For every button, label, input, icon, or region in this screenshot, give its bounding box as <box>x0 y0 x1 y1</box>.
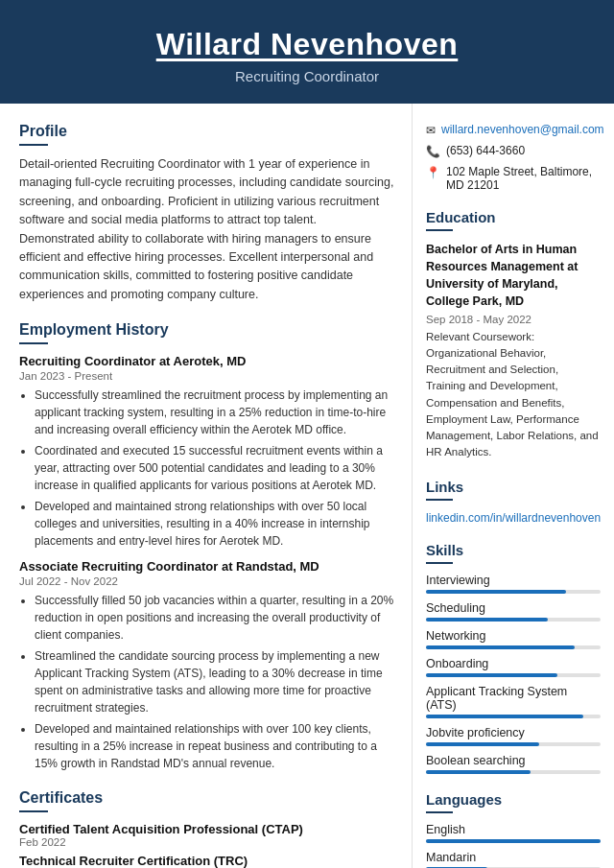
skill-item-4: Applicant Tracking System (ATS) <box>426 685 601 718</box>
skill-bar-bg-1 <box>426 618 601 622</box>
edu-degree-0: Bachelor of Arts in Human Resources Mana… <box>426 241 601 311</box>
languages-container: English Mandarin <box>426 823 601 869</box>
email-link[interactable]: willard.nevenhoven@gmail.com <box>441 123 604 136</box>
employment-divider <box>19 342 48 344</box>
languages-divider <box>426 811 453 813</box>
lang-bar-fill-0 <box>426 839 601 843</box>
profile-section: Profile Detail-oriented Recruiting Coord… <box>19 123 394 304</box>
edu-item-0: Bachelor of Arts in Human Resources Mana… <box>426 241 601 461</box>
job-bullet-0-1: Coordinated and executed 15 successful r… <box>35 442 394 494</box>
job-item-1: Associate Recruiting Coordinator at Rand… <box>19 559 394 772</box>
job-bullets-1: Successfully filled 50 job vacancies wit… <box>19 592 394 772</box>
phone-icon: 📞 <box>426 145 440 158</box>
skill-bar-fill-6 <box>426 770 531 774</box>
skill-item-6: Boolean searching <box>426 754 601 774</box>
location-icon: 📍 <box>426 166 440 179</box>
skill-item-5: Jobvite proficiency <box>426 726 601 746</box>
skills-divider <box>426 562 453 564</box>
profile-title: Profile <box>19 123 394 140</box>
contact-section: ✉ willard.nevenhoven@gmail.com 📞 (653) 6… <box>426 123 601 192</box>
resume-header: Willard Nevenhoven Recruiting Coordinato… <box>0 0 614 104</box>
edu-dates-0: Sep 2018 - May 2022 <box>426 314 601 325</box>
job-dates-1: Jul 2022 - Nov 2022 <box>19 575 394 587</box>
cert-date-0: Feb 2022 <box>19 836 394 848</box>
skill-bar-bg-2 <box>426 645 601 649</box>
cert-name-0: Certified Talent Acquisition Professiona… <box>19 822 394 836</box>
cert-name-1: Technical Recruiter Certification (TRC) <box>19 854 394 868</box>
job-title-0: Recruiting Coordinator at Aerotek, MD <box>19 354 394 368</box>
skill-bar-bg-6 <box>426 770 601 774</box>
address-text: 102 Maple Street, Baltimore, MD 21201 <box>446 165 601 192</box>
skill-name-0: Interviewing <box>426 574 601 587</box>
lang-name-1: Mandarin <box>426 851 601 864</box>
job-dates-0: Jan 2023 - Present <box>19 370 394 382</box>
body-wrapper: Profile Detail-oriented Recruiting Coord… <box>0 104 614 868</box>
profile-divider <box>19 144 48 146</box>
job-bullet-1-1: Streamlined the candidate sourcing proce… <box>35 647 394 716</box>
profile-text: Detail-oriented Recruiting Coordinator w… <box>19 155 394 304</box>
skill-name-1: Scheduling <box>426 601 601 615</box>
cert-item-1: Technical Recruiter Certification (TRC) … <box>19 854 394 868</box>
lang-item-0: English <box>426 823 601 843</box>
skill-name-3: Onboarding <box>426 657 601 670</box>
lang-name-0: English <box>426 823 601 836</box>
job-bullet-0-2: Developed and maintained strong relation… <box>35 498 394 550</box>
education-divider <box>426 229 453 231</box>
phone-text: (653) 644-3660 <box>446 144 525 157</box>
skill-name-2: Networking <box>426 629 601 643</box>
job-title-1: Associate Recruiting Coordinator at Rand… <box>19 559 394 574</box>
certificates-section: Certificates Certified Talent Acquisitio… <box>19 789 394 868</box>
cert-item-0: Certified Talent Acquisition Professiona… <box>19 822 394 848</box>
contact-email: ✉ willard.nevenhoven@gmail.com <box>426 123 601 137</box>
skills-container: Interviewing Scheduling Networking Onboa… <box>426 574 601 774</box>
contact-phone: 📞 (653) 644-3660 <box>426 144 601 158</box>
links-section: Links linkedin.com/in/willardnevenhoven <box>426 479 601 525</box>
languages-title: Languages <box>426 791 601 808</box>
job-bullet-1-0: Successfully filled 50 job vacancies wit… <box>35 592 394 644</box>
employment-title: Employment History <box>19 321 394 339</box>
contact-address: 📍 102 Maple Street, Baltimore, MD 21201 <box>426 165 601 192</box>
employment-section: Employment History Recruiting Coordinato… <box>19 321 394 772</box>
certificates-divider <box>19 810 48 812</box>
job-bullets-0: Successfully streamlined the recruitment… <box>19 387 394 550</box>
lang-item-1: Mandarin <box>426 851 601 869</box>
education-section: Education Bachelor of Arts in Human Reso… <box>426 209 601 461</box>
skill-name-5: Jobvite proficiency <box>426 726 601 739</box>
skill-bar-fill-2 <box>426 645 575 649</box>
candidate-name: Willard Nevenhoven <box>19 27 595 62</box>
skill-bar-fill-1 <box>426 618 548 622</box>
skill-bar-bg-3 <box>426 673 601 677</box>
skill-name-4: Applicant Tracking System (ATS) <box>426 685 601 712</box>
languages-section: Languages English Mandarin <box>426 791 601 869</box>
skill-bar-fill-0 <box>426 590 566 594</box>
links-divider <box>426 499 453 501</box>
job-bullet-0-0: Successfully streamlined the recruitment… <box>35 387 394 438</box>
education-title: Education <box>426 209 601 225</box>
job-bullet-1-2: Developed and maintained relationships w… <box>35 720 394 772</box>
skill-bar-fill-5 <box>426 742 539 746</box>
certificates-title: Certificates <box>19 789 394 807</box>
skill-bar-bg-5 <box>426 742 601 746</box>
lang-bar-bg-0 <box>426 839 601 843</box>
skill-bar-bg-0 <box>426 590 601 594</box>
left-column: Profile Detail-oriented Recruiting Coord… <box>0 104 413 868</box>
candidate-title: Recruiting Coordinator <box>19 68 595 84</box>
skill-bar-bg-4 <box>426 715 601 718</box>
links-title: Links <box>426 479 601 495</box>
job-item-0: Recruiting Coordinator at Aerotek, MD Ja… <box>19 354 394 550</box>
skill-item-3: Onboarding <box>426 657 601 677</box>
skill-name-6: Boolean searching <box>426 754 601 767</box>
skill-item-1: Scheduling <box>426 601 601 622</box>
right-column: ✉ willard.nevenhoven@gmail.com 📞 (653) 6… <box>413 104 614 868</box>
edu-coursework-0: Relevant Coursework: Organizational Beha… <box>426 329 601 461</box>
linkedin-link[interactable]: linkedin.com/in/willardnevenhoven <box>426 511 601 525</box>
skill-bar-fill-3 <box>426 673 557 677</box>
email-icon: ✉ <box>426 124 436 137</box>
skills-title: Skills <box>426 542 601 558</box>
skill-item-0: Interviewing <box>426 574 601 594</box>
skill-bar-fill-4 <box>426 715 583 718</box>
skill-item-2: Networking <box>426 629 601 649</box>
skills-section: Skills Interviewing Scheduling Networkin… <box>426 542 601 774</box>
